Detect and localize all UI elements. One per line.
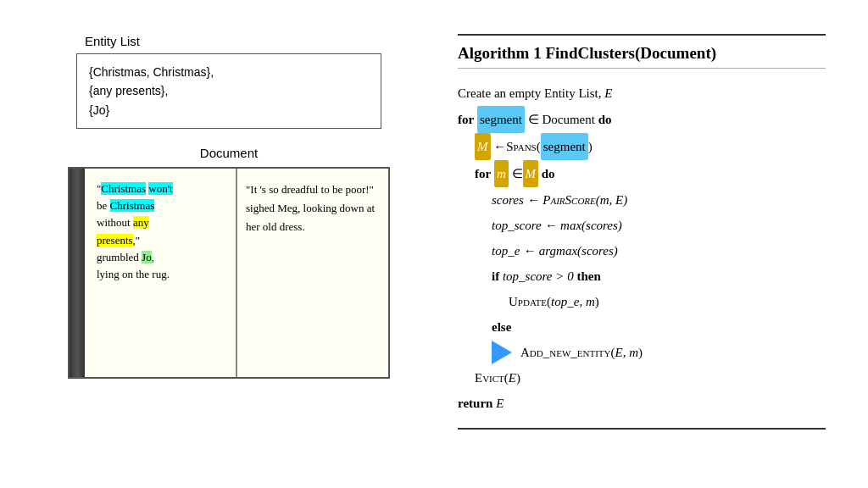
if-kw: if [492,263,499,289]
book-left-page: "Christmas won't be Christmas without an… [85,169,237,377]
update-fn: Update [509,289,547,314]
algo-else-line: else [458,314,826,340]
entity-item-1: {Christmas, Christmas}, [89,63,369,81]
algorithm-title: Algorithm 1 FindClusters(Document) [458,44,826,69]
tope-text: top_e ← argmax(scores) [492,238,618,263]
book-illustration: "Christmas won't be Christmas without an… [68,167,390,379]
spans-fn: Spans [506,134,536,159]
for1-do: do [598,107,612,132]
algorithm-name: FindClusters(Document) [545,44,716,62]
entity-item-2: {any presents}, [89,81,369,100]
for2-m: m [494,160,509,187]
for2-do: do [542,161,555,186]
main-container: Entity List {Christmas, Christmas}, {any… [0,0,868,488]
else-kw: else [492,314,511,340]
evict-arg: E [509,365,516,391]
algorithm-body: Create an empty Entity List, E for segme… [458,77,826,419]
algo-m-line: M ← Spans(segment) [458,133,826,160]
for1-segment: segment [477,106,525,133]
addnew-args: E, m [615,340,638,365]
algo-for1-line: for segment ∈ Document do [458,106,826,133]
blue-arrow-icon [492,341,512,364]
update-args: top_e, m [551,289,595,314]
evict-fn: Evict [475,365,504,391]
then-kw: then [576,263,600,289]
return-var: E [496,391,504,416]
entity-item-3: {Jo} [89,101,369,119]
right-page-text: "It 's so dreadful to be poor!" sighed M… [246,183,375,233]
text-without-any: without any [97,216,149,229]
document-label: Document [200,146,258,160]
scores-text: scores ← PairScore(m, E) [492,187,627,213]
for1-kw: for [458,107,474,132]
topscore-text: top_score ← max(scores) [492,213,622,238]
algo-scores-line: scores ← PairScore(m, E) [458,187,826,213]
text-lying: lying on the rug. [97,268,170,280]
entity-section: Entity List {Christmas, Christmas}, {any… [76,34,381,129]
algo-evict-line: Evict(E) [458,365,826,391]
addnew-fn: Add_new_entity [520,340,610,365]
algorithm-number: Algorithm 1 [458,44,542,62]
spans-arg: segment [541,133,588,160]
m-var: M [475,133,491,160]
algorithm-box: Algorithm 1 FindClusters(Document) Creat… [458,34,826,430]
document-section: Document "Christmas won't be Christmas w… [68,146,390,379]
algo-tope-line: top_e ← argmax(scores) [458,238,826,263]
return-kw: return [458,391,492,416]
algo-return-line: return E [458,391,826,416]
for2-M: M [523,160,539,187]
algo-update-line: Update(top_e, m) [458,289,826,314]
text-grumbled-jo: grumbled Jo, [97,251,154,263]
entity-box: {Christmas, Christmas}, {any presents}, … [76,53,381,129]
create-text: Create an empty Entity List, E [458,80,612,106]
for2-kw: for [475,161,491,186]
text-christmas-open: "Christmas won't [97,182,173,195]
text-be-christmas: be Christmas [97,199,154,212]
entity-label: Entity List [85,34,381,48]
if-condition: top_score > 0 [503,263,574,289]
left-panel: Entity List {Christmas, Christmas}, {any… [25,17,432,471]
book-right-page: "It 's so dreadful to be poor!" sighed M… [237,169,388,377]
book-spine [70,169,85,377]
right-panel: Algorithm 1 FindClusters(Document) Creat… [432,17,843,471]
algo-topscore-line: top_score ← max(scores) [458,213,826,238]
algo-create-line: Create an empty Entity List, E [458,80,826,106]
algo-if-line: if top_score > 0 then [458,263,826,289]
algo-for2-line: for m ∈ M do [458,160,826,187]
algo-addnew-line: Add_new_entity(E, m) [458,340,826,365]
text-presents: presents," [97,234,140,247]
